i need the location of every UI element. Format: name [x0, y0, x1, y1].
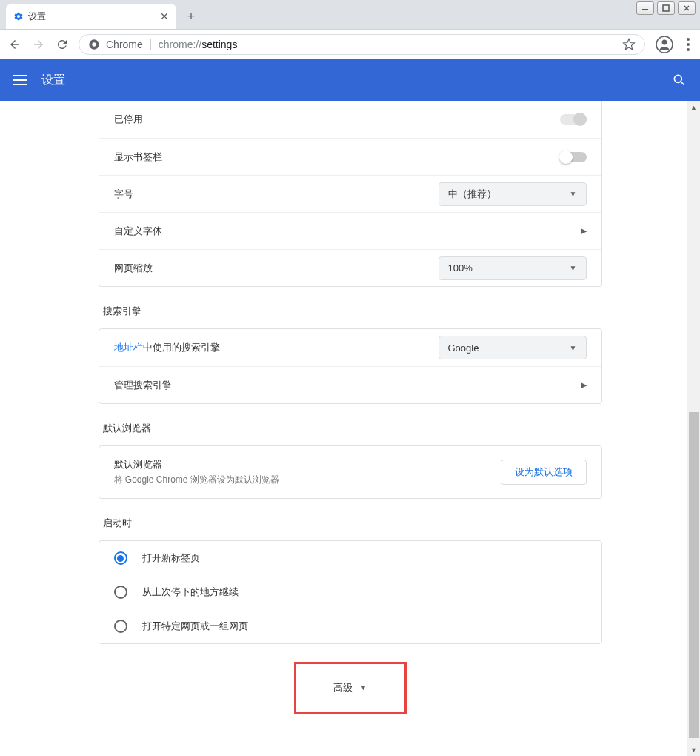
svg-rect-0 [642, 9, 648, 10]
startup-opt1-label: 打开新标签页 [142, 551, 200, 565]
font-size-label: 字号 [114, 188, 439, 201]
browser-tab[interactable]: 设置 ✕ [6, 4, 176, 29]
tab-bar: 设置 ✕ + [0, 0, 700, 30]
scroll-down-icon[interactable]: ▼ [687, 743, 700, 756]
forward-button[interactable] [31, 37, 46, 52]
reload-button[interactable] [55, 37, 70, 52]
search-engine-text: 中使用的搜索引擎 [143, 342, 220, 353]
default-browser-section-title: 默认浏览器 [103, 422, 602, 435]
svg-point-3 [92, 42, 96, 46]
gear-icon [13, 11, 24, 21]
zoom-label: 网页缩放 [114, 262, 439, 275]
radio-icon [114, 586, 127, 599]
row-font-size: 字号 中（推荐） ▼ [99, 175, 601, 212]
row-disabled: 已停用 [99, 101, 601, 138]
back-button[interactable] [7, 37, 22, 52]
window-controls [636, 1, 696, 15]
browser-menu-button[interactable] [684, 35, 693, 54]
search-section-title: 搜索引擎 [103, 305, 602, 318]
radio-icon [114, 620, 127, 633]
profile-button[interactable] [654, 34, 675, 55]
close-tab-icon[interactable]: ✕ [160, 10, 169, 22]
address-bar: Chrome chrome://settings [0, 30, 700, 59]
startup-section-title: 启动时 [103, 517, 602, 530]
row-bookmarks: 显示书签栏 [99, 138, 601, 175]
font-size-dropdown[interactable]: 中（推荐） ▼ [439, 182, 587, 206]
row-custom-font[interactable]: 自定义字体 ▶ [99, 212, 601, 249]
custom-font-label: 自定义字体 [114, 225, 581, 238]
row-search-engine: 地址栏中使用的搜索引擎 Google ▼ [99, 329, 601, 366]
search-icon[interactable] [672, 73, 687, 87]
minimize-button[interactable] [636, 1, 654, 15]
scroll-up-icon[interactable]: ▲ [687, 101, 700, 113]
svg-point-6 [674, 75, 681, 82]
search-card: 地址栏中使用的搜索引擎 Google ▼ 管理搜索引擎 ▶ [99, 328, 602, 404]
chrome-logo-icon [88, 39, 100, 50]
address-bar-link[interactable]: 地址栏 [114, 342, 143, 353]
bookmarks-toggle[interactable] [560, 152, 587, 162]
font-size-value: 中（推荐） [448, 188, 496, 201]
row-manage-engines[interactable]: 管理搜索引擎 ▶ [99, 366, 601, 403]
advanced-button[interactable]: 高级 ▼ [294, 662, 407, 714]
advanced-label: 高级 [333, 681, 353, 694]
manage-engines-label: 管理搜索引擎 [114, 379, 581, 392]
settings-title: 设置 [41, 73, 65, 88]
chevron-down-icon: ▼ [360, 684, 367, 692]
disabled-label: 已停用 [114, 113, 560, 126]
content-area: 已停用 显示书签栏 字号 中（推荐） ▼ 自定义字体 ▶ 网页缩放 [0, 101, 700, 756]
scrollbar[interactable]: ▲ ▼ [687, 101, 700, 756]
chevron-down-icon: ▼ [570, 264, 577, 272]
startup-option-specific[interactable]: 打开特定网页或一组网页 [99, 609, 601, 643]
maximize-button[interactable] [657, 1, 675, 15]
chevron-down-icon: ▼ [570, 344, 577, 352]
chrome-label: Chrome [106, 39, 151, 50]
bookmarks-label: 显示书签栏 [114, 150, 560, 164]
toggle-disabled [560, 114, 587, 125]
radio-selected-icon [114, 551, 127, 565]
chevron-right-icon: ▶ [581, 380, 587, 390]
tab-title: 设置 [28, 10, 46, 23]
scrollbar-thumb[interactable] [689, 412, 699, 738]
search-engine-dropdown[interactable]: Google ▼ [439, 336, 587, 359]
default-browser-desc: 将 Google Chrome 浏览器设为默认浏览器 [114, 474, 501, 486]
address-field[interactable]: Chrome chrome://settings [79, 34, 645, 55]
svg-point-5 [662, 39, 667, 44]
zoom-dropdown[interactable]: 100% ▼ [439, 256, 587, 280]
default-browser-card: 默认浏览器 将 Google Chrome 浏览器设为默认浏览器 设为默认选项 [99, 445, 602, 499]
appearance-card: 已停用 显示书签栏 字号 中（推荐） ▼ 自定义字体 ▶ 网页缩放 [99, 101, 602, 287]
url-scheme: chrome:// [159, 39, 201, 50]
bookmark-star-icon[interactable] [622, 38, 636, 51]
default-browser-title: 默认浏览器 [114, 458, 501, 471]
chevron-right-icon: ▶ [581, 226, 587, 236]
startup-opt3-label: 打开特定网页或一组网页 [142, 620, 248, 633]
settings-header: 设置 [0, 59, 700, 101]
search-engine-value: Google [448, 342, 479, 354]
startup-option-new-tab[interactable]: 打开新标签页 [99, 541, 601, 575]
url-path: settings [201, 39, 237, 50]
startup-opt2-label: 从上次停下的地方继续 [142, 586, 239, 599]
menu-icon[interactable] [13, 75, 27, 85]
zoom-value: 100% [448, 262, 473, 273]
row-zoom: 网页缩放 100% ▼ [99, 249, 601, 286]
startup-option-continue[interactable]: 从上次停下的地方继续 [99, 575, 601, 609]
close-window-button[interactable] [678, 1, 696, 15]
new-tab-button[interactable]: + [181, 6, 201, 27]
set-default-button[interactable]: 设为默认选项 [501, 460, 587, 485]
startup-card: 打开新标签页 从上次停下的地方继续 打开特定网页或一组网页 [99, 540, 602, 644]
chevron-down-icon: ▼ [570, 190, 577, 198]
row-default-browser: 默认浏览器 将 Google Chrome 浏览器设为默认浏览器 设为默认选项 [99, 446, 601, 498]
svg-rect-1 [663, 5, 669, 11]
